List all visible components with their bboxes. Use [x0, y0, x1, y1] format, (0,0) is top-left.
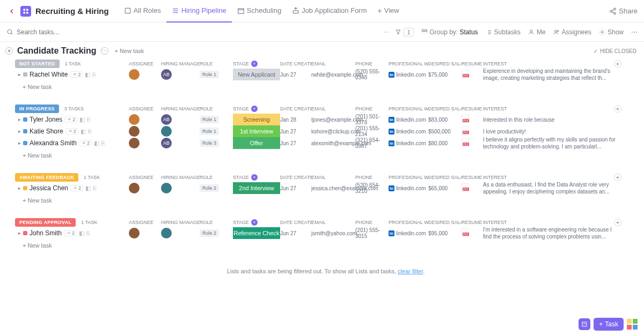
task-row[interactable]: ▸ Katie Shore 2 ◧ ⎘ Role 1 1st Interview…	[15, 125, 636, 137]
stage-add-icon[interactable]: +	[251, 61, 258, 67]
new-task-row[interactable]: + New task	[15, 239, 636, 252]
pdf-icon[interactable]	[462, 70, 469, 78]
new-task-row[interactable]: + New task	[15, 194, 636, 207]
tag-icon[interactable]: ◧	[94, 140, 99, 147]
attach-icon[interactable]: ⎘	[93, 185, 97, 191]
task-row[interactable]: ▸ Jessica Chen 2 ◧ ⎘ Role 2 2nd Intervie…	[15, 182, 636, 194]
status-pill[interactable]: AWAITING FEEDBACK	[15, 173, 78, 182]
tag-icon[interactable]: ◧	[79, 230, 84, 237]
assignee-avatar[interactable]	[129, 138, 140, 148]
add-column-icon[interactable]: +	[614, 105, 621, 113]
clear-filter-link[interactable]: clear filter	[398, 268, 423, 274]
back-icon[interactable]	[6, 6, 17, 17]
assignee-avatar[interactable]	[129, 114, 140, 125]
task-row[interactable]: ▸ Tyler Jones 2 ◧ ⎘ AB Role 1 Screening …	[15, 114, 636, 125]
subtasks-toggle[interactable]: Subtasks	[486, 28, 521, 36]
website-cell[interactable]: inlinkedin.com	[389, 117, 428, 123]
new-task-top[interactable]: + New task	[115, 48, 144, 54]
show-menu[interactable]: Show	[599, 28, 624, 36]
subtask-count[interactable]: 2	[79, 140, 92, 146]
info-icon[interactable]: ⋯	[101, 47, 108, 55]
role-chip[interactable]: Role 1	[200, 128, 219, 135]
tag-icon[interactable]: ◧	[85, 185, 91, 192]
assignee-avatar[interactable]	[129, 126, 140, 137]
stage-cell[interactable]: 2nd Interview	[233, 182, 280, 194]
more-icon[interactable]: ⋯	[631, 28, 638, 36]
pdf-icon[interactable]	[462, 183, 469, 192]
tab-job-application[interactable]: Job Application Form	[287, 0, 372, 23]
avatar[interactable]	[161, 183, 172, 193]
share-button[interactable]: Share	[609, 7, 638, 15]
assignee-avatar[interactable]	[129, 183, 140, 193]
avatar[interactable]	[161, 228, 172, 238]
tab-scheduling[interactable]: Scheduling	[232, 0, 287, 23]
group-by[interactable]: Group by: Status	[421, 28, 478, 36]
subtask-count[interactable]: 2	[65, 128, 78, 135]
tab-view-add[interactable]: +View	[372, 0, 405, 23]
collapse-icon[interactable]: ▾	[5, 47, 13, 55]
stage-cell[interactable]: Offer	[233, 137, 280, 149]
tag-icon[interactable]: ◧	[80, 128, 86, 135]
add-column-icon[interactable]: +	[614, 219, 621, 226]
fab-task[interactable]: + Task	[594, 318, 624, 331]
search[interactable]	[6, 28, 378, 36]
filter-icon[interactable]: 1	[395, 28, 413, 36]
website-cell[interactable]: inlinkedin.com	[389, 185, 428, 191]
pdf-icon[interactable]	[462, 115, 469, 123]
stage-add-icon[interactable]: +	[251, 174, 258, 181]
stage-add-icon[interactable]: +	[251, 219, 258, 226]
role-chip[interactable]: Role 1	[200, 116, 219, 123]
website-cell[interactable]: inlinkedin.com	[389, 230, 428, 236]
avatar[interactable]: AB	[161, 69, 172, 80]
avatar[interactable]: AB	[161, 114, 172, 125]
attach-icon[interactable]: ⎘	[101, 140, 105, 146]
role-chip[interactable]: Role 1	[200, 71, 219, 78]
subtask-count[interactable]: 2	[64, 230, 77, 236]
tag-icon[interactable]: ◧	[79, 116, 85, 123]
tab-hiring-pipeline[interactable]: Hiring Pipeline	[166, 0, 232, 23]
assignee-avatar[interactable]	[129, 69, 140, 80]
role-chip[interactable]: Role 3	[200, 139, 219, 147]
search-input[interactable]	[17, 28, 124, 36]
website-cell[interactable]: inlinkedin.com	[389, 140, 428, 146]
subtask-count[interactable]: 2	[70, 185, 83, 191]
hide-closed[interactable]: ✓ HIDE CLOSED	[594, 48, 636, 54]
expand-icon[interactable]: ▸	[18, 117, 21, 122]
website-cell[interactable]: inlinkedin.com	[389, 72, 428, 78]
add-column-icon[interactable]: +	[614, 174, 621, 181]
expand-icon[interactable]: ▸	[18, 72, 21, 77]
task-row[interactable]: ▸ John Smith 2 ◧ ⎘ Role 2 Reference Chec…	[15, 227, 636, 239]
task-row[interactable]: ▸ Rachel White 2 ◧ ⎘ AB Role 1 New Appli…	[15, 69, 636, 80]
status-pill[interactable]: NOT STARTED	[15, 59, 60, 68]
search-more-icon[interactable]: ⋯	[383, 28, 390, 36]
task-row[interactable]: ▸ Alexandra Smith 2 ◧ ⎘ AB Role 3 Offer …	[15, 137, 636, 149]
expand-icon[interactable]: ▸	[18, 185, 21, 191]
attach-icon[interactable]: ⎘	[87, 116, 91, 123]
fab-note[interactable]	[579, 318, 590, 330]
role-chip[interactable]: Role 2	[200, 229, 219, 237]
expand-icon[interactable]: ▸	[18, 140, 21, 146]
fab-apps[interactable]	[627, 319, 638, 330]
stage-add-icon[interactable]: +	[251, 106, 258, 112]
stage-cell[interactable]: Screening	[233, 114, 280, 125]
expand-icon[interactable]: ▸	[18, 129, 21, 134]
avatar[interactable]	[161, 126, 172, 137]
attach-icon[interactable]: ⎘	[92, 71, 96, 78]
role-chip[interactable]: Role 2	[200, 184, 219, 192]
status-pill[interactable]: PENDING APPROVAL	[15, 218, 76, 227]
tag-icon[interactable]: ◧	[85, 71, 90, 78]
new-task-row[interactable]: + New task	[15, 80, 636, 93]
pdf-icon[interactable]	[462, 228, 469, 237]
me-filter[interactable]: Me	[528, 28, 546, 36]
stage-cell[interactable]: New Applicant	[233, 69, 280, 80]
attach-icon[interactable]: ⎘	[86, 230, 90, 236]
assignee-avatar[interactable]	[129, 228, 140, 238]
attach-icon[interactable]: ⎘	[88, 128, 92, 135]
stage-cell[interactable]: 1st Interview	[233, 125, 280, 137]
tab-all-roles[interactable]: All Roles	[119, 0, 166, 23]
add-column-icon[interactable]: +	[614, 60, 621, 68]
stage-cell[interactable]: Reference Check	[233, 227, 280, 239]
assignees-filter[interactable]: Assignees	[553, 28, 591, 36]
status-pill[interactable]: IN PROGRESS	[15, 104, 59, 113]
expand-icon[interactable]: ▸	[18, 230, 21, 236]
